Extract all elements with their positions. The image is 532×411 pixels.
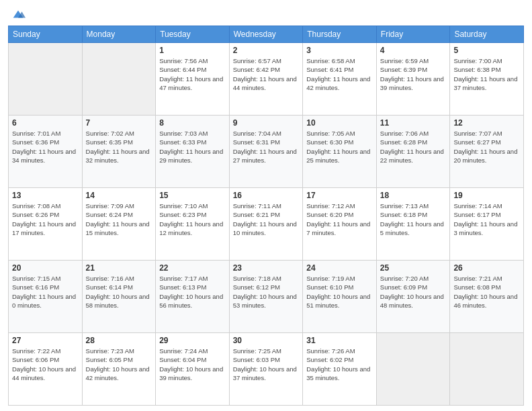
calendar-cell: 13Sunrise: 7:08 AMSunset: 6:26 PMDayligh… <box>9 188 83 261</box>
day-number: 4 <box>380 46 447 55</box>
calendar-week-row: 1Sunrise: 7:56 AMSunset: 6:44 PMDaylight… <box>9 43 524 116</box>
day-number: 18 <box>380 191 447 200</box>
day-info: Sunrise: 7:14 AMSunset: 6:17 PMDaylight:… <box>453 201 520 237</box>
day-info: Sunrise: 7:24 AMSunset: 6:04 PMDaylight:… <box>159 347 226 382</box>
day-info: Sunrise: 7:10 AMSunset: 6:23 PMDaylight:… <box>159 201 226 237</box>
day-number: 7 <box>86 118 152 128</box>
day-info: Sunrise: 6:58 AMSunset: 6:41 PMDaylight:… <box>306 56 373 92</box>
day-info: Sunrise: 7:16 AMSunset: 6:14 PMDaylight:… <box>86 274 152 310</box>
day-info: Sunrise: 7:01 AMSunset: 6:36 PMDaylight:… <box>12 129 79 165</box>
header <box>8 7 524 21</box>
calendar-header-tuesday: Tuesday <box>156 26 230 43</box>
calendar-cell: 4Sunrise: 6:59 AMSunset: 6:39 PMDaylight… <box>376 43 450 116</box>
day-number: 2 <box>233 46 300 55</box>
day-number: 8 <box>159 118 226 128</box>
calendar-cell: 12Sunrise: 7:07 AMSunset: 6:27 PMDayligh… <box>450 116 524 188</box>
day-info: Sunrise: 7:15 AMSunset: 6:16 PMDaylight:… <box>12 274 79 310</box>
day-number: 19 <box>453 191 520 200</box>
day-number: 6 <box>12 118 79 128</box>
logo-icon <box>11 7 26 21</box>
day-number: 3 <box>306 46 373 55</box>
logo <box>8 7 26 21</box>
calendar-cell: 29Sunrise: 7:24 AMSunset: 6:04 PMDayligh… <box>156 333 230 406</box>
day-number: 28 <box>86 336 152 345</box>
calendar-table: SundayMondayTuesdayWednesdayThursdayFrid… <box>8 26 524 406</box>
day-info: Sunrise: 7:12 AMSunset: 6:20 PMDaylight:… <box>306 201 373 237</box>
day-number: 31 <box>306 336 373 345</box>
calendar-cell: 31Sunrise: 7:26 AMSunset: 6:02 PMDayligh… <box>303 333 377 406</box>
calendar-header-monday: Monday <box>82 26 156 43</box>
day-number: 15 <box>159 191 226 200</box>
calendar-cell: 5Sunrise: 7:00 AMSunset: 6:38 PMDaylight… <box>450 43 524 116</box>
day-number: 22 <box>159 263 226 273</box>
calendar-cell: 1Sunrise: 7:56 AMSunset: 6:44 PMDaylight… <box>156 43 230 116</box>
day-info: Sunrise: 7:07 AMSunset: 6:27 PMDaylight:… <box>453 129 520 165</box>
day-number: 23 <box>233 263 300 273</box>
day-info: Sunrise: 7:18 AMSunset: 6:12 PMDaylight:… <box>233 274 300 310</box>
calendar-cell: 6Sunrise: 7:01 AMSunset: 6:36 PMDaylight… <box>9 116 83 188</box>
day-info: Sunrise: 7:04 AMSunset: 6:31 PMDaylight:… <box>233 129 300 165</box>
calendar-cell: 19Sunrise: 7:14 AMSunset: 6:17 PMDayligh… <box>450 188 524 261</box>
calendar-cell <box>450 333 524 406</box>
calendar-cell: 7Sunrise: 7:02 AMSunset: 6:35 PMDaylight… <box>82 116 156 188</box>
day-info: Sunrise: 7:02 AMSunset: 6:35 PMDaylight:… <box>86 129 152 165</box>
calendar-cell: 2Sunrise: 6:57 AMSunset: 6:42 PMDaylight… <box>229 43 303 116</box>
calendar-cell: 23Sunrise: 7:18 AMSunset: 6:12 PMDayligh… <box>229 261 303 333</box>
day-number: 13 <box>12 191 79 200</box>
calendar-cell <box>9 43 83 116</box>
calendar-week-row: 6Sunrise: 7:01 AMSunset: 6:36 PMDaylight… <box>9 116 524 188</box>
calendar-cell: 3Sunrise: 6:58 AMSunset: 6:41 PMDaylight… <box>303 43 377 116</box>
day-info: Sunrise: 7:22 AMSunset: 6:06 PMDaylight:… <box>12 347 79 382</box>
calendar-header-sunday: Sunday <box>9 26 83 43</box>
day-info: Sunrise: 7:56 AMSunset: 6:44 PMDaylight:… <box>159 56 226 92</box>
day-info: Sunrise: 6:57 AMSunset: 6:42 PMDaylight:… <box>233 56 300 92</box>
calendar-cell: 24Sunrise: 7:19 AMSunset: 6:10 PMDayligh… <box>303 261 377 333</box>
calendar-cell: 16Sunrise: 7:11 AMSunset: 6:21 PMDayligh… <box>229 188 303 261</box>
calendar-week-row: 13Sunrise: 7:08 AMSunset: 6:26 PMDayligh… <box>9 188 524 261</box>
calendar-cell: 21Sunrise: 7:16 AMSunset: 6:14 PMDayligh… <box>82 261 156 333</box>
day-number: 17 <box>306 191 373 200</box>
day-info: Sunrise: 7:03 AMSunset: 6:33 PMDaylight:… <box>159 129 226 165</box>
day-number: 10 <box>306 118 373 128</box>
day-info: Sunrise: 7:25 AMSunset: 6:03 PMDaylight:… <box>233 347 300 382</box>
calendar-cell <box>376 333 450 406</box>
day-info: Sunrise: 7:05 AMSunset: 6:30 PMDaylight:… <box>306 129 373 165</box>
calendar-header-wednesday: Wednesday <box>229 26 303 43</box>
calendar-week-row: 20Sunrise: 7:15 AMSunset: 6:16 PMDayligh… <box>9 261 524 333</box>
day-number: 24 <box>306 263 373 273</box>
calendar-cell: 28Sunrise: 7:23 AMSunset: 6:05 PMDayligh… <box>82 333 156 406</box>
calendar-cell: 11Sunrise: 7:06 AMSunset: 6:28 PMDayligh… <box>376 116 450 188</box>
calendar-cell: 22Sunrise: 7:17 AMSunset: 6:13 PMDayligh… <box>156 261 230 333</box>
day-info: Sunrise: 7:13 AMSunset: 6:18 PMDaylight:… <box>380 201 447 237</box>
day-number: 21 <box>86 263 152 273</box>
day-number: 11 <box>380 118 447 128</box>
calendar-header-row: SundayMondayTuesdayWednesdayThursdayFrid… <box>9 26 524 43</box>
day-number: 26 <box>453 263 520 273</box>
calendar-cell: 9Sunrise: 7:04 AMSunset: 6:31 PMDaylight… <box>229 116 303 188</box>
day-number: 5 <box>453 46 520 55</box>
day-number: 14 <box>86 191 152 200</box>
day-number: 16 <box>233 191 300 200</box>
calendar-cell: 15Sunrise: 7:10 AMSunset: 6:23 PMDayligh… <box>156 188 230 261</box>
calendar-week-row: 27Sunrise: 7:22 AMSunset: 6:06 PMDayligh… <box>9 333 524 406</box>
day-info: Sunrise: 7:06 AMSunset: 6:28 PMDaylight:… <box>380 129 447 165</box>
day-info: Sunrise: 7:26 AMSunset: 6:02 PMDaylight:… <box>306 347 373 382</box>
day-info: Sunrise: 7:19 AMSunset: 6:10 PMDaylight:… <box>306 274 373 310</box>
day-info: Sunrise: 7:23 AMSunset: 6:05 PMDaylight:… <box>86 347 152 382</box>
day-info: Sunrise: 7:20 AMSunset: 6:09 PMDaylight:… <box>380 274 447 310</box>
calendar-cell: 27Sunrise: 7:22 AMSunset: 6:06 PMDayligh… <box>9 333 83 406</box>
day-info: Sunrise: 7:00 AMSunset: 6:38 PMDaylight:… <box>453 56 520 92</box>
calendar-cell: 30Sunrise: 7:25 AMSunset: 6:03 PMDayligh… <box>229 333 303 406</box>
day-number: 30 <box>233 336 300 345</box>
calendar-cell: 14Sunrise: 7:09 AMSunset: 6:24 PMDayligh… <box>82 188 156 261</box>
day-info: Sunrise: 7:17 AMSunset: 6:13 PMDaylight:… <box>159 274 226 310</box>
calendar-header-saturday: Saturday <box>450 26 524 43</box>
day-number: 25 <box>380 263 447 273</box>
page: SundayMondayTuesdayWednesdayThursdayFrid… <box>0 0 532 411</box>
calendar-header-thursday: Thursday <box>303 26 377 43</box>
calendar-cell: 18Sunrise: 7:13 AMSunset: 6:18 PMDayligh… <box>376 188 450 261</box>
day-info: Sunrise: 7:11 AMSunset: 6:21 PMDaylight:… <box>233 201 300 237</box>
calendar-header-friday: Friday <box>376 26 450 43</box>
calendar-cell: 25Sunrise: 7:20 AMSunset: 6:09 PMDayligh… <box>376 261 450 333</box>
calendar-cell: 17Sunrise: 7:12 AMSunset: 6:20 PMDayligh… <box>303 188 377 261</box>
